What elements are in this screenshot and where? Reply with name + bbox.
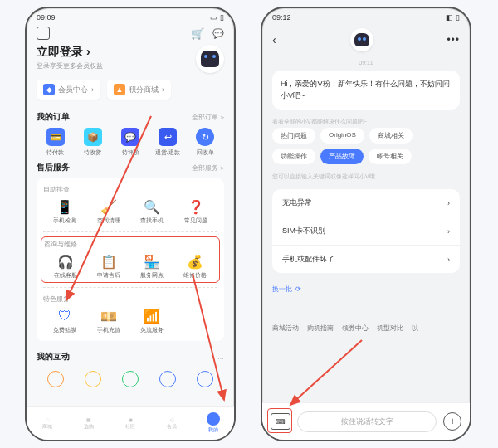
plus-icon[interactable]: +	[443, 412, 461, 431]
chevron-right-icon: ›	[447, 256, 450, 264]
topup-icon: 💴	[101, 309, 116, 324]
faq-item-broken[interactable]: 手机或配件坏了›	[272, 246, 460, 273]
tab-community[interactable]: ◉社区	[110, 407, 151, 440]
circle-icon[interactable]	[197, 371, 213, 387]
faq-item-charge[interactable]: 充电异常›	[272, 189, 460, 217]
category-pills: 热门问题 OriginOS 商城相关 功能操作 产品故障 帐号相关	[262, 128, 470, 164]
grid-icon: ▦	[86, 416, 91, 422]
user-icon	[207, 412, 220, 426]
cat-account[interactable]: 帐号相关	[369, 149, 412, 164]
chip-points[interactable]: ▲积分商城 ›	[107, 80, 171, 100]
interact-more[interactable]: …	[217, 353, 224, 361]
clean-icon: 🧹	[101, 199, 116, 214]
wallet-icon: 💳	[46, 128, 65, 146]
more-icon[interactable]: •••	[447, 34, 460, 46]
refund-icon: ↩	[159, 128, 177, 146]
status-time: 09:09	[37, 13, 56, 22]
link-activity[interactable]: 商城活动	[272, 324, 299, 333]
repair-store[interactable]: 🏪服务网点	[130, 254, 173, 280]
status-bar: 09:12 ◧ ▯	[262, 8, 470, 23]
link-more[interactable]: 以	[412, 324, 418, 333]
highlight-keyboard	[267, 408, 292, 433]
repair-title: 咨询与维修	[44, 240, 217, 249]
settings-icon[interactable]	[37, 27, 50, 40]
repair-online[interactable]: 🎧在线客服	[44, 254, 87, 280]
feat-topup[interactable]: 💴手机充值	[87, 309, 131, 334]
phone-right: 09:12 ◧ ▯ ‹ ••• 09:11 Hi，亲爱的V粉，新年快乐！有什么问…	[261, 7, 471, 441]
cat-mall[interactable]: 商城相关	[369, 128, 413, 144]
chevron-right-icon: ›	[447, 227, 450, 236]
heart-icon: ♡	[46, 416, 50, 422]
chevron-right-icon: ›	[86, 45, 90, 58]
bottom-row: 商城活动 购机指南 领券中心 机型对比 以	[262, 324, 470, 333]
tab-shop[interactable]: ▦选购	[68, 407, 110, 440]
cat-func[interactable]: 功能操作	[272, 149, 315, 164]
after-title: 售后服务	[37, 162, 70, 173]
order-review[interactable]: 💬待评价	[111, 128, 149, 157]
circle-icon[interactable]	[47, 371, 64, 387]
cart-icon[interactable]: 🛒	[191, 27, 204, 40]
globe-icon: ◉	[129, 416, 133, 422]
circle-icon[interactable]	[159, 371, 176, 387]
chip-member[interactable]: ◆会员中心 ›	[37, 80, 100, 100]
headset-icon: 🎧	[58, 254, 73, 269]
orders-more[interactable]: 全部订单 >	[192, 113, 224, 122]
repair-apply[interactable]: 📋申请售后	[87, 254, 130, 280]
tab-bar: ♡商城 ▦选购 ◉社区 ◇会员 我的	[27, 406, 234, 440]
header: 🛒 💬	[27, 23, 234, 43]
circle-icon[interactable]	[122, 371, 139, 387]
diamond-icon: ◆	[43, 84, 55, 95]
link-guide[interactable]: 购机指南	[307, 324, 334, 333]
link-coupon[interactable]: 领券中心	[342, 324, 369, 333]
section-orders: 我的订单全部订单 > 💳待付款 📦待收货 💬待评价 ↩退货/退款 ↻回收单	[27, 106, 234, 157]
status-icons: ◧ ▯	[446, 13, 460, 22]
diag-phone[interactable]: 📱手机检测	[43, 199, 87, 225]
tab-my[interactable]: 我的	[193, 407, 234, 440]
status-icons: ▭ ▯	[210, 13, 224, 22]
cat-fault[interactable]: 产品故障	[320, 149, 364, 164]
repair-price[interactable]: 💰维修价格	[173, 254, 217, 280]
interact-title: 我的互动	[37, 351, 70, 363]
faq-item-sim[interactable]: SIM卡不识别›	[272, 217, 460, 246]
voice-input[interactable]: 按住说话转文字	[297, 411, 437, 432]
svg-line-2	[290, 340, 362, 405]
order-pay[interactable]: 💳待付款	[37, 128, 74, 157]
order-refund[interactable]: ↩退货/退款	[149, 128, 187, 157]
phone-left: 09:09 ▭ ▯ 🛒 💬 立即登录 › 登录享受更多会员权益 ◆会员中心 › …	[25, 7, 236, 441]
chip-points-label: 积分商城	[129, 85, 159, 95]
greeting-message: Hi，亲爱的V粉，新年快乐！有什么问题，不妨问问小V吧~	[272, 71, 460, 110]
avatar[interactable]	[350, 28, 374, 51]
link-compare[interactable]: 机型对比	[377, 324, 403, 333]
diag-clean[interactable]: 🧹空间清理	[87, 199, 131, 225]
faq-icon: ❓	[188, 199, 203, 214]
hint-text: 看看全能的小V都能解决什么问题吧~	[262, 114, 470, 128]
tip-text: 您可以直接输入关键词或像这样问小V哦	[262, 169, 470, 183]
order-recycle[interactable]: ↻回收单	[187, 128, 224, 157]
tab-member[interactable]: ◇会员	[151, 407, 193, 440]
orders-title: 我的订单	[37, 111, 70, 123]
circle-icon[interactable]	[85, 371, 101, 387]
login-block[interactable]: 立即登录 › 登录享受更多会员权益	[27, 43, 234, 73]
chevron-right-icon: ›	[91, 85, 94, 94]
section-interact: 我的互动…	[27, 346, 234, 363]
doc-icon: 📋	[101, 254, 116, 269]
diag-find[interactable]: 🔍查找手机	[130, 199, 174, 225]
robot-icon	[201, 51, 219, 67]
login-sub: 登录享受更多会员权益	[37, 61, 103, 71]
feat-film[interactable]: 🛡免费贴膜	[43, 309, 87, 334]
login-title: 立即登录	[37, 45, 83, 58]
avatar[interactable]	[196, 45, 224, 73]
status-time: 09:12	[272, 13, 291, 22]
message-icon[interactable]: 💬	[212, 28, 224, 39]
back-icon[interactable]: ‹	[272, 33, 276, 46]
diag-faq[interactable]: ❓常见问题	[174, 199, 218, 225]
cat-hot[interactable]: 热门问题	[272, 128, 315, 144]
faq-list: 充电异常› SIM卡不识别› 手机或配件坏了›	[272, 189, 460, 273]
refresh-batch[interactable]: 换一批⟳	[262, 280, 470, 299]
status-bar: 09:09 ▭ ▯	[27, 8, 234, 23]
cat-originos[interactable]: OriginOS	[320, 128, 364, 144]
after-more[interactable]: 全部服务 >	[192, 163, 224, 173]
feat-data[interactable]: 📶免流服务	[130, 309, 174, 334]
order-ship[interactable]: 📦待收货	[74, 128, 111, 157]
tab-mall[interactable]: ♡商城	[27, 407, 68, 440]
